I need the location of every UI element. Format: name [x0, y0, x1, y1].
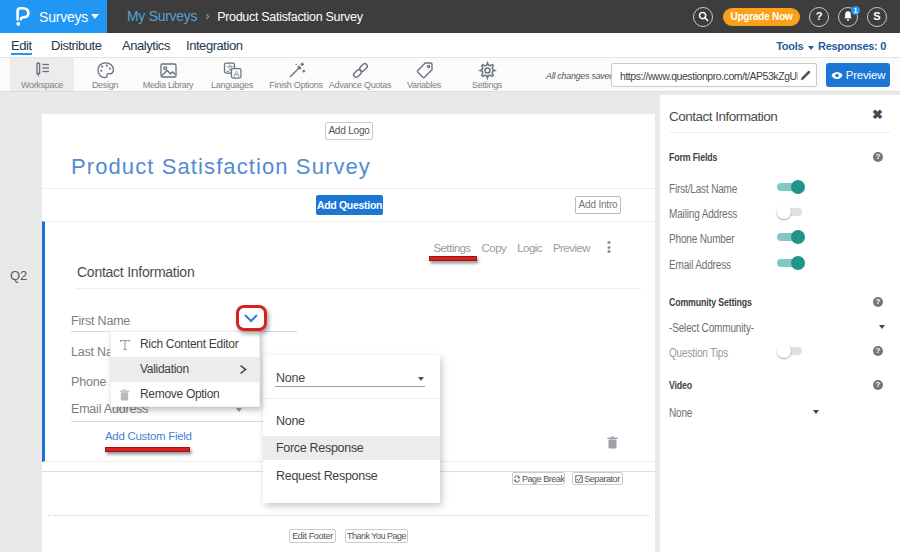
svg-text:A: A: [233, 69, 239, 79]
